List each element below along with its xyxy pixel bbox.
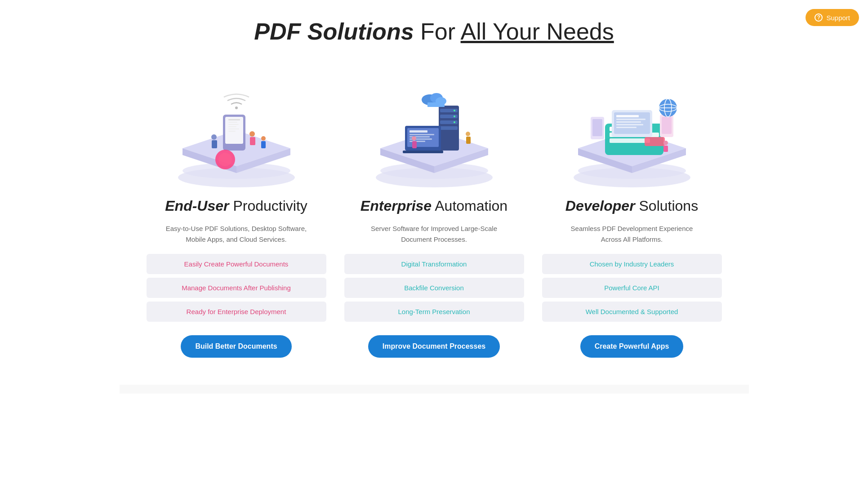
svg-rect-68 [663,146,668,152]
svg-point-43 [466,132,470,136]
svg-rect-54 [616,119,645,120]
page-title-bold: PDF Solutions [254,18,414,44]
svg-rect-42 [412,141,417,148]
svg-rect-15 [228,124,239,125]
svg-rect-13 [228,119,240,120]
svg-point-28 [454,121,455,123]
card-enterprise-title: Enterprise Automation [361,198,507,214]
card-developer-title-bold: Developer [565,198,635,214]
card-enterprise-desc: Server Software for Improved Large-Scale… [362,223,506,245]
svg-point-26 [454,110,455,111]
card-developer-title-normal: Solutions [639,198,698,214]
svg-rect-32 [410,134,434,135]
card-developer-title: Developer Solutions [565,198,698,214]
card-developer-desc: Seamless PDF Development Experience Acro… [560,223,704,245]
svg-rect-18 [228,131,236,132]
card-end-user: End-User Productivity Easy-to-Use PDF So… [147,72,326,358]
illustration-mobile [174,72,299,189]
svg-point-6 [218,153,232,166]
svg-rect-3 [225,117,243,144]
svg-rect-31 [410,130,427,133]
page-title-normal: For [420,18,461,44]
svg-rect-61 [662,117,672,134]
svg-rect-53 [616,115,639,117]
link-digital-transform[interactable]: Digital Transformation [344,254,524,274]
page-title-underline: All Your Needs [461,18,614,44]
page-title: PDF Solutions For All Your Needs [147,18,722,45]
illustration-devices [569,72,695,189]
link-powerful-core[interactable]: Powerful Core API [542,278,722,298]
svg-point-67 [663,141,668,145]
card-end-user-desc: Easy-to-Use PDF Solutions, Desktop Softw… [165,223,308,245]
cards-container: End-User Productivity Easy-to-Use PDF So… [147,72,722,358]
svg-rect-16 [228,126,236,127]
svg-rect-35 [410,141,425,142]
card-developer: Developer Solutions Seamless PDF Develop… [542,72,722,358]
svg-point-4 [235,106,238,109]
svg-rect-50 [610,138,650,143]
card-end-user-title-normal: Productivity [233,198,307,214]
svg-rect-55 [616,121,641,123]
card-end-user-title-bold: End-User [165,198,229,214]
svg-rect-36 [403,151,443,153]
svg-point-41 [412,136,416,141]
illustration-server [371,72,497,189]
svg-rect-57 [616,127,637,128]
svg-rect-10 [212,140,217,148]
support-icon: ? [815,13,823,22]
link-long-term-preservation[interactable]: Long-Term Preservation [344,302,524,322]
svg-rect-40 [427,102,445,107]
create-powerful-apps-button[interactable]: Create Powerful Apps [580,335,684,358]
card-end-user-links: Easily Create Powerful Documents Manage … [147,254,326,322]
support-label: Support [826,14,850,22]
svg-point-7 [249,131,255,137]
link-create-docs[interactable]: Easily Create Powerful Documents [147,254,326,274]
svg-rect-12 [261,141,266,148]
svg-rect-66 [645,137,665,146]
footer-bar [120,385,749,394]
link-enterprise-deploy[interactable]: Ready for Enterprise Deployment [147,302,326,322]
link-well-documented[interactable]: Well Documented & Supported [542,302,722,322]
svg-point-9 [211,134,217,140]
svg-rect-44 [466,137,471,144]
page-wrapper: ? Support PDF Solutions For All Your Nee… [120,0,749,430]
link-backfile-conversion[interactable]: Backfile Conversion [344,278,524,298]
build-better-docs-button[interactable]: Build Better Documents [181,335,291,358]
improve-doc-processes-button[interactable]: Improve Document Processes [368,335,500,358]
svg-point-11 [261,136,266,141]
card-enterprise-title-normal: Automation [435,198,507,214]
link-industry-leaders[interactable]: Chosen by Industry Leaders [542,254,722,274]
card-enterprise-title-bold: Enterprise [361,198,432,214]
card-enterprise: Enterprise Automation Server Software fo… [344,72,524,358]
svg-rect-59 [592,119,602,136]
card-end-user-title: End-User Productivity [165,198,307,214]
svg-rect-8 [250,137,255,145]
svg-rect-17 [228,129,239,129]
svg-rect-25 [440,126,458,130]
card-enterprise-links: Digital Transformation Backfile Conversi… [344,254,524,322]
svg-point-27 [454,115,455,117]
link-manage-docs[interactable]: Manage Documents After Publishing [147,278,326,298]
card-developer-links: Chosen by Industry Leaders Powerful Core… [542,254,722,322]
svg-rect-14 [228,122,237,123]
support-button[interactable]: ? Support [806,9,859,26]
svg-rect-56 [616,124,643,125]
